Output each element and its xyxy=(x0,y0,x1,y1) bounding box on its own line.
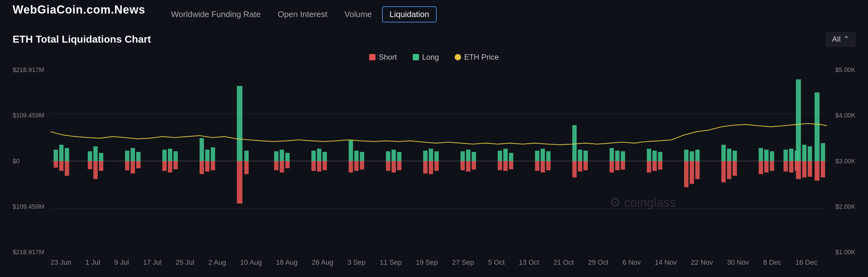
eth-price-label: ETH Price xyxy=(464,53,498,62)
svg-rect-52 xyxy=(349,140,353,161)
x-label-26aug: 26 Aug xyxy=(312,258,334,267)
x-label-8dec: 8 Dec xyxy=(763,258,781,267)
svg-rect-105 xyxy=(658,161,662,170)
svg-rect-99 xyxy=(621,161,625,170)
y-left-upper: $109.459M xyxy=(12,112,51,119)
svg-rect-21 xyxy=(131,161,135,173)
x-label-13oct: 13 Oct xyxy=(519,258,539,267)
svg-rect-32 xyxy=(205,150,210,161)
x-label-1jul: 1 Jul xyxy=(86,258,100,267)
x-label-29oct: 29 Oct xyxy=(588,258,608,267)
svg-rect-24 xyxy=(162,150,166,161)
svg-rect-112 xyxy=(721,145,726,161)
svg-rect-130 xyxy=(796,79,801,161)
tab-volume[interactable]: Volume xyxy=(338,7,379,22)
legend-short: Short xyxy=(369,53,397,62)
x-label-16dec: 16 Dec xyxy=(796,258,817,267)
y-right-top: $5.00K xyxy=(827,66,856,74)
x-label-14nov: 14 Nov xyxy=(655,258,677,267)
tab-liquidation[interactable]: Liquidation xyxy=(382,6,437,22)
svg-rect-94 xyxy=(610,148,614,161)
svg-rect-91 xyxy=(578,161,583,171)
x-label-17jul: 17 Jul xyxy=(143,258,161,267)
svg-rect-124 xyxy=(783,150,788,161)
svg-rect-103 xyxy=(652,161,657,171)
all-dropdown[interactable]: All ⌃ xyxy=(826,32,856,47)
svg-rect-122 xyxy=(770,151,774,161)
chart-header: ETH Total Liquidations Chart All ⌃ xyxy=(12,32,856,47)
svg-rect-56 xyxy=(360,152,364,161)
chart-container: $218.917M $109.459M $0 $109.459M $218.91… xyxy=(12,66,856,256)
svg-rect-17 xyxy=(99,161,103,171)
svg-rect-92 xyxy=(583,151,588,161)
chevron-down-icon: ⌃ xyxy=(843,35,849,44)
svg-rect-78 xyxy=(503,149,508,161)
svg-rect-76 xyxy=(498,151,502,161)
svg-rect-88 xyxy=(572,125,577,161)
svg-wrapper: ⚙ coinglass xyxy=(51,66,827,256)
svg-rect-84 xyxy=(540,149,545,161)
page-wrapper: WebGiaCoin.com.News Worldwide Funding Ra… xyxy=(0,0,868,277)
y-left-bottom: $218.917M xyxy=(12,249,51,256)
svg-rect-83 xyxy=(535,161,539,171)
svg-rect-8 xyxy=(59,145,64,161)
svg-rect-139 xyxy=(821,161,825,177)
svg-rect-35 xyxy=(211,161,215,170)
x-label-9jul: 9 Jul xyxy=(114,258,129,267)
svg-rect-104 xyxy=(658,152,662,161)
svg-rect-20 xyxy=(131,148,135,161)
x-label-30nov: 30 Nov xyxy=(727,258,749,267)
svg-rect-96 xyxy=(615,151,620,161)
x-label-6nov: 6 Nov xyxy=(622,258,641,267)
tab-open-interest[interactable]: Open Interest xyxy=(271,7,335,22)
svg-rect-57 xyxy=(360,161,364,170)
x-label-25jul: 25 Jul xyxy=(176,258,194,267)
svg-rect-58 xyxy=(386,151,390,161)
svg-rect-135 xyxy=(808,161,812,177)
svg-rect-16 xyxy=(99,153,103,161)
svg-rect-116 xyxy=(733,151,737,161)
svg-rect-89 xyxy=(572,161,577,177)
svg-rect-30 xyxy=(200,138,204,161)
svg-rect-127 xyxy=(789,161,794,172)
svg-rect-37 xyxy=(237,161,243,203)
svg-rect-136 xyxy=(815,92,820,161)
svg-rect-38 xyxy=(244,151,249,161)
x-axis: 23 Jun 1 Jul 9 Jul 17 Jul 25 Jul 2 Aug 1… xyxy=(12,256,856,267)
svg-rect-93 xyxy=(583,161,588,170)
svg-rect-41 xyxy=(274,161,279,170)
svg-rect-9 xyxy=(59,161,64,171)
svg-rect-45 xyxy=(285,161,290,168)
svg-rect-6 xyxy=(54,150,58,161)
y-right-bottom: $1.00K xyxy=(827,249,856,256)
svg-rect-77 xyxy=(498,161,502,170)
chart-title: ETH Total Liquidations Chart xyxy=(12,33,151,45)
svg-rect-19 xyxy=(125,161,129,170)
short-color-dot xyxy=(369,54,375,60)
svg-rect-133 xyxy=(802,161,806,177)
legend-long: Long xyxy=(413,53,439,62)
svg-rect-14 xyxy=(93,146,98,161)
svg-rect-62 xyxy=(397,152,402,161)
svg-rect-40 xyxy=(274,151,279,161)
svg-rect-64 xyxy=(423,151,428,161)
svg-rect-27 xyxy=(168,161,172,172)
svg-rect-134 xyxy=(808,146,812,161)
svg-rect-109 xyxy=(690,161,694,184)
svg-rect-63 xyxy=(397,161,402,170)
svg-rect-7 xyxy=(54,161,58,168)
svg-rect-95 xyxy=(610,161,614,172)
svg-rect-39 xyxy=(244,161,249,174)
svg-rect-113 xyxy=(721,161,726,182)
svg-rect-12 xyxy=(88,151,92,161)
tab-funding-rate[interactable]: Worldwide Funding Rate xyxy=(164,7,268,22)
svg-rect-98 xyxy=(621,151,625,161)
x-label-2aug: 2 Aug xyxy=(208,258,226,267)
svg-rect-117 xyxy=(733,161,737,176)
svg-rect-59 xyxy=(386,161,390,171)
x-label-3sep: 3 Sep xyxy=(347,258,366,267)
svg-rect-137 xyxy=(815,161,820,181)
svg-rect-66 xyxy=(429,149,433,161)
svg-rect-49 xyxy=(317,161,321,171)
svg-rect-26 xyxy=(168,149,172,161)
